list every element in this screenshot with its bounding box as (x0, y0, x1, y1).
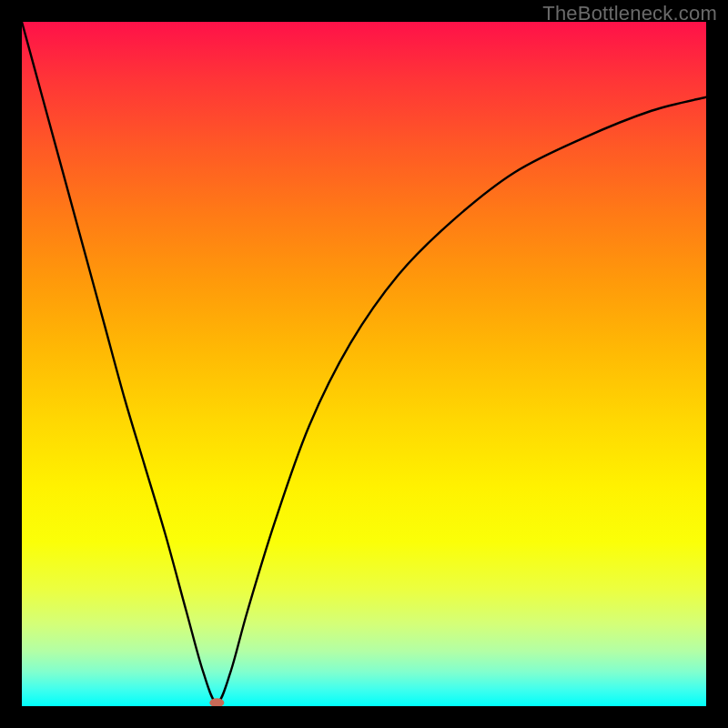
outer-frame: TheBottleneck.com (0, 0, 728, 728)
minimum-marker (209, 698, 224, 706)
bottleneck-curve (22, 22, 706, 706)
plot-area (22, 22, 706, 706)
